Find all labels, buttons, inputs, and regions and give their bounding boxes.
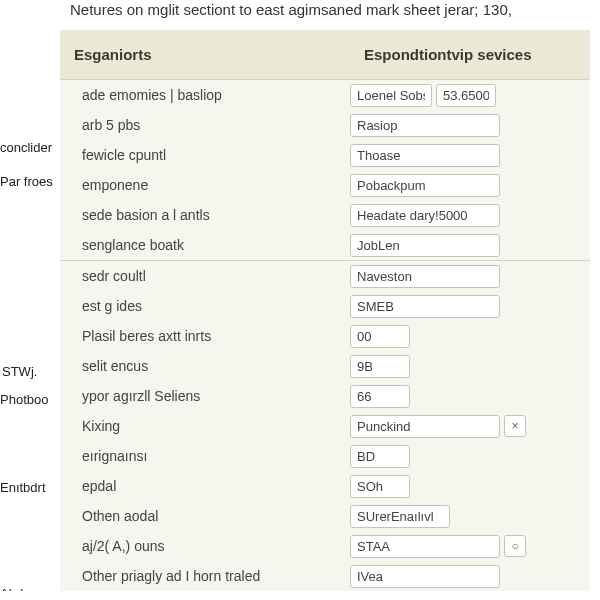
text-input[interactable] — [350, 265, 500, 288]
row-label: Other priagly ad I horn traled — [60, 564, 350, 588]
table-row: est g ides — [60, 291, 590, 321]
row-inputs — [350, 353, 590, 380]
table-row: ypor agırzll Seliens — [60, 381, 590, 411]
text-input[interactable] — [350, 325, 410, 348]
row-inputs — [350, 323, 590, 350]
table-row: epdal — [60, 471, 590, 501]
row-label: ypor agırzll Seliens — [60, 384, 350, 408]
text-input[interactable] — [350, 204, 500, 227]
table-header: Esganiorts Espondtiontvip sevices — [60, 30, 590, 79]
annotation-label: STWj. — [2, 364, 37, 379]
table-body: ade emomies | baslioparb 5 pbsfewicle cp… — [60, 79, 590, 591]
table-row: sede basion a l antls — [60, 200, 590, 230]
text-input[interactable] — [350, 445, 410, 468]
row-label: Kixing — [60, 414, 350, 438]
row-label: ade emomies | basliop — [60, 83, 350, 107]
row-label: epdal — [60, 474, 350, 498]
row-inputs — [350, 142, 590, 169]
table-row: arb 5 pbs — [60, 110, 590, 140]
row-inputs — [350, 563, 590, 590]
text-input[interactable] — [350, 144, 500, 167]
text-input[interactable] — [350, 174, 500, 197]
text-input[interactable] — [350, 505, 450, 528]
table-row: emponene — [60, 170, 590, 200]
row-label: selit encus — [60, 354, 350, 378]
table-row: senglance boatk — [60, 230, 590, 260]
row-label: eırignaınsı — [60, 444, 350, 468]
row-inputs — [350, 82, 590, 109]
row-inputs — [350, 263, 590, 290]
row-label: Othen aodal — [60, 504, 350, 528]
row-label: Plasil beres axtt inrts — [60, 324, 350, 348]
row-label: senglance boatk — [60, 233, 350, 257]
table-row: Othen aodal — [60, 501, 590, 531]
row-inputs — [350, 293, 590, 320]
table-row: Other priagly ad I horn traled — [60, 561, 590, 591]
row-inputs — [350, 232, 590, 259]
annotation-label: conclider — [0, 140, 52, 155]
text-input[interactable] — [350, 475, 410, 498]
header-col1: Esganiorts — [60, 30, 350, 79]
table-row: sedr coultl — [60, 261, 590, 291]
row-inputs — [350, 112, 590, 139]
row-inputs — [350, 172, 590, 199]
header-col2: Espondtiontvip sevices — [350, 30, 590, 79]
row-inputs — [350, 383, 590, 410]
row-group: sedr coultlest g idesPlasil beres axtt i… — [60, 260, 590, 591]
row-inputs — [350, 503, 590, 530]
text-input[interactable] — [350, 535, 500, 558]
text-input[interactable] — [350, 114, 500, 137]
row-inputs — [350, 473, 590, 500]
row-label: est g ides — [60, 294, 350, 318]
text-input[interactable] — [350, 234, 500, 257]
table-row: aj/2( A,) ouns○ — [60, 531, 590, 561]
text-input[interactable] — [350, 385, 410, 408]
text-input[interactable] — [350, 415, 500, 438]
intro-text: Netures on mglit sectiont to east agimsa… — [0, 0, 600, 30]
options-icon[interactable]: ○ — [504, 535, 526, 557]
text-input[interactable] — [350, 295, 500, 318]
form-table: Esganiorts Espondtiontvip sevices ade em… — [60, 30, 590, 591]
annotation-label: Abder — [0, 586, 35, 591]
table-row: eırignaınsı — [60, 441, 590, 471]
row-label: arb 5 pbs — [60, 113, 350, 137]
row-inputs — [350, 202, 590, 229]
row-label: sede basion a l antls — [60, 203, 350, 227]
table-row: fewicle cpuntl — [60, 140, 590, 170]
table-row: selit encus — [60, 351, 590, 381]
annotation-label: Photboo — [0, 392, 48, 407]
row-label: aj/2( A,) ouns — [60, 534, 350, 558]
row-group: ade emomies | baslioparb 5 pbsfewicle cp… — [60, 79, 590, 260]
row-inputs: ○ — [350, 533, 590, 560]
row-label: emponene — [60, 173, 350, 197]
annotation-label: Enıtbdrt — [0, 480, 46, 495]
table-row: Plasil beres axtt inrts — [60, 321, 590, 351]
row-label: sedr coultl — [60, 264, 350, 288]
table-row: Kixing× — [60, 411, 590, 441]
row-inputs: × — [350, 413, 590, 440]
row-inputs — [350, 443, 590, 470]
text-input[interactable] — [436, 84, 496, 107]
row-label: fewicle cpuntl — [60, 143, 350, 167]
text-input[interactable] — [350, 84, 432, 107]
clear-icon[interactable]: × — [504, 415, 526, 437]
text-input[interactable] — [350, 565, 500, 588]
table-row: ade emomies | basliop — [60, 80, 590, 110]
annotation-label: Par froes — [0, 174, 53, 189]
text-input[interactable] — [350, 355, 410, 378]
